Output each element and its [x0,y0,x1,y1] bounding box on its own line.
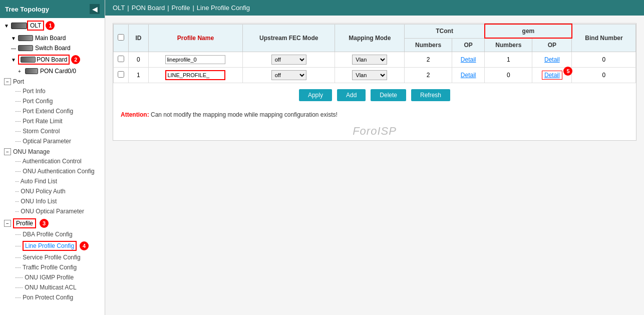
col-mapping-mode: Mapping Mode [335,24,405,52]
sidebar-tree: ▼ OLT 1 ▼ Main Board — Switch Board ▼ [0,18,105,315]
row0-mapping-mode-select[interactable]: Vlan Gem GemPort [352,55,387,65]
onu-auth-config-label: ONU Authentication Config [23,168,94,175]
profile-section-header[interactable]: − Profile 3 [0,216,105,229]
onu-manage-expand: − [4,148,11,155]
row1-select [114,68,129,83]
row1-bind-number: 0 [572,68,636,83]
breadcrumb-profile: Profile [172,4,190,12]
sidebar-item-service-profile[interactable]: --- Service Profile Config [0,252,105,262]
row0-gem-detail-link[interactable]: Detail [544,56,560,63]
refresh-button[interactable]: Refresh [411,89,450,101]
delete-button[interactable]: Delete [371,89,406,101]
row1-mapping-mode: Vlan Gem GemPort [335,68,405,83]
row0-checkbox[interactable] [118,56,124,62]
col-tcont-numbers: Numbers [405,38,452,52]
sidebar-collapse-button[interactable]: ◀ [90,4,100,14]
row1-id: 1 [129,68,149,83]
attention-message: Can not modify the mapping mode while ma… [151,111,338,118]
sidebar-item-line-profile[interactable]: --- Line Profile Config 4 [0,239,105,252]
profile-label: Profile [13,218,36,228]
pon-protect-label: Pon Protect Config [23,294,73,301]
row1-gem-detail-link[interactable]: Detail [542,71,562,80]
onu-manage-section-header[interactable]: − ONU Manage [0,146,105,156]
row1-upstream-fec-select[interactable]: off on [271,70,306,80]
olt-icon [11,23,27,29]
row1-profile-name-input[interactable] [165,70,225,80]
sidebar-item-onu-igmp[interactable]: ---- ONU IGMP Profile [0,272,105,282]
port-section-label: Port [13,78,24,85]
attention-text: Attention: Can not modify the mapping mo… [113,107,636,122]
row1-gem-numbers: 0 [485,68,532,83]
sidebar-item-main-board[interactable]: ▼ Main Board [0,33,105,43]
auth-control-label: Authentication Control [23,158,82,165]
line-profile-label: Line Profile Config [23,241,77,251]
table-row: 1 off on [114,68,636,83]
row0-tcont-op: Detail [452,52,484,68]
sidebar-item-port-rate-limit[interactable]: --- Port Rate Limit [0,116,105,126]
onu-policy-label: ONU Policy Auth [21,188,65,195]
olt-badge: 1 [46,21,55,30]
sidebar-item-olt[interactable]: ▼ OLT 1 [0,18,105,33]
row1-mapping-mode-select[interactable]: Vlan Gem GemPort [352,70,387,80]
action-buttons: Apply Add Delete Refresh [113,83,636,107]
row1-upstream-fec: off on [242,68,335,83]
profile-expand: − [4,220,11,227]
sidebar-item-port-config[interactable]: --- Port Config [0,96,105,106]
sidebar-item-pon-protect[interactable]: --- Pon Protect Config [0,292,105,302]
sidebar-title: Tree Topology [5,6,49,13]
col-tcont-group: TCont [405,24,485,38]
profile-badge: 3 [40,219,49,228]
main-board-expand-icon: ▼ [11,36,18,41]
row0-upstream-fec-select[interactable]: off on [271,55,306,65]
sidebar-item-auth-control[interactable]: --- Authentication Control [0,156,105,166]
col-select-all [114,24,129,52]
sidebar-item-traffic-profile[interactable]: --- Traffic Profile Config [0,262,105,272]
sidebar-item-switch-board[interactable]: — Switch Board [0,43,105,53]
sidebar-item-onu-info-list[interactable]: -- ONU Info List [0,196,105,206]
sidebar-item-dba-profile[interactable]: --- DBA Profile Config [0,229,105,239]
sidebar-item-storm-control[interactable]: --- Storm Control [0,126,105,136]
sidebar-item-pon-card[interactable]: + PON Card0/0 [0,66,105,76]
pon-board-icon [21,57,36,63]
sidebar-item-onu-multicast[interactable]: ---- ONU Multicast ACL [0,282,105,292]
breadcrumb-sep1: | [127,4,129,12]
profile-table-container: ID Profile Name Upstream FEC Mode Mappin… [113,23,636,141]
row0-tcont-detail-link[interactable]: Detail [461,56,476,63]
breadcrumb-sep3: | [192,4,194,12]
col-profile-name: Profile Name [148,24,242,52]
port-rate-label: Port Rate Limit [23,118,62,125]
line-profile-table: ID Profile Name Upstream FEC Mode Mappin… [113,24,636,83]
main-board-label: Main Board [35,35,66,42]
sidebar-item-onu-auth-config[interactable]: --- ONU Authentication Config [0,166,105,176]
sidebar-item-auto-find-list[interactable]: -- Auto Find List [0,176,105,186]
sidebar-item-onu-optical-param[interactable]: -- ONU Optical Parameter [0,206,105,216]
sidebar-item-pon-board[interactable]: ▼ PON Board 2 [0,53,105,66]
row0-profile-name [148,52,242,68]
select-all-checkbox[interactable] [118,34,124,41]
port-section-expand: − [4,78,11,85]
sidebar-item-optical-parameter[interactable]: --- Optical Parameter [0,136,105,146]
col-tcont-op: OP [452,38,484,52]
port-rate-prefix: --- [15,118,23,125]
sidebar-item-port-info[interactable]: --- Port Info [0,86,105,96]
add-button[interactable]: Add [337,89,366,101]
sidebar-item-port-extend-config[interactable]: --- Port Extend Config [0,106,105,116]
apply-button[interactable]: Apply [299,89,332,101]
breadcrumb-pon-board: PON Board [132,4,165,12]
col-gem-numbers: Numbers [485,38,532,52]
auto-find-label: Auto Find List [21,178,57,185]
sidebar-item-onu-policy-auth[interactable]: -- ONU Policy Auth [0,186,105,196]
breadcrumb-olt: OLT [113,4,125,12]
row1-checkbox[interactable] [118,71,124,78]
port-section-header[interactable]: − Port [0,76,105,86]
table-header-row-1: ID Profile Name Upstream FEC Mode Mappin… [114,24,636,38]
row1-tcont-numbers: 2 [405,68,452,83]
dba-profile-label: DBA Profile Config [23,231,72,238]
row0-profile-name-input[interactable] [165,55,225,64]
breadcrumb-page: Line Profile Config [197,4,250,12]
row1-gem-op: Detail 5 [532,68,572,83]
main-content: OLT | PON Board | Profile | Line Profile… [105,0,644,315]
row0-bind-number: 0 [572,52,636,68]
row1-tcont-detail-link[interactable]: Detail [461,72,476,79]
port-config-prefix: --- [15,98,23,105]
